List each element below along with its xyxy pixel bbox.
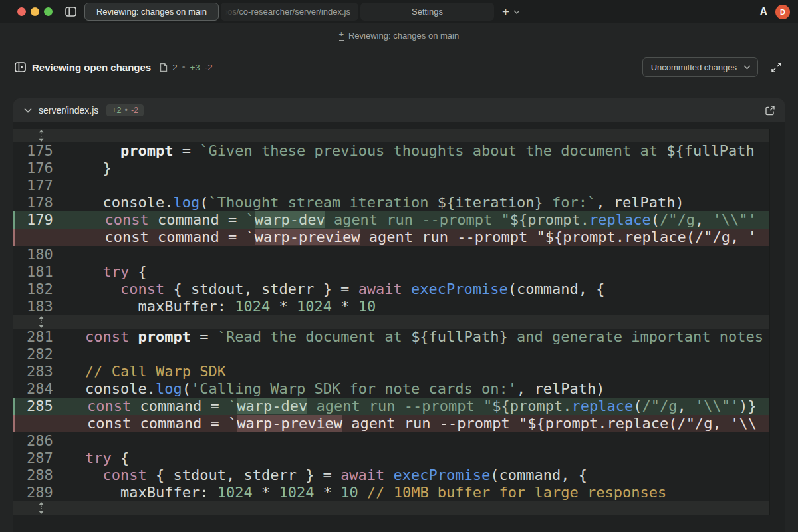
code-line: 288 const { stdout, stderr } = await exe… [13,467,769,484]
sidebar-toggle-icon[interactable] [63,5,78,19]
code-text [40,432,85,450]
new-tab-button[interactable]: + [501,5,511,18]
code-text: console.log(`Thought stream iteration ${… [40,194,684,211]
diff-added-line: 285const command = `warp-dev agent run -… [13,398,769,415]
line-number: 179 [15,211,42,229]
code-line: 182 const { stdout, stderr } = await exe… [13,281,769,298]
code-text: const command = `warp-dev agent run --pr… [42,211,757,229]
line-number [15,415,42,432]
code-text: const command = `warp-dev agent run --pr… [42,398,757,415]
code-line: 180 [13,246,769,263]
open-external-icon [765,105,775,116]
separator-dot: • [182,63,186,72]
code-line: 181 try { [13,263,769,281]
chevron-down-icon [743,65,751,70]
code-text: // Call Warp SDK [40,363,226,380]
review-header: Reviewing open changes 2 • +3 -2 Uncommi… [0,54,798,80]
tab-reviewing-changes[interactable]: Reviewing: changes on main [84,3,219,21]
collapse-chevron-icon[interactable] [24,108,32,113]
user-avatar[interactable]: D [775,5,790,19]
code-line: 178 console.log(`Thought stream iteratio… [13,194,769,211]
app-logo-icon[interactable]: A [759,6,767,18]
file-name[interactable]: server/index.js [39,105,98,116]
line-number: 287 [13,450,40,467]
code-line: 183 maxBuffer: 1024 * 1024 * 10 [13,298,769,315]
code-text [40,346,85,363]
expand-hidden-lines-separator[interactable] [13,501,769,515]
close-window-button[interactable] [17,7,26,16]
line-number: 183 [13,298,40,315]
code-text: const { stdout, stderr } = await execPro… [40,467,587,484]
line-number: 177 [13,177,40,194]
code-text: maxBuffer: 1024 * 1024 * 10 // 10MB buff… [40,484,666,501]
file-deletions: -2 [131,106,138,115]
line-number: 175 [13,142,40,160]
code-text: const command = `warp-preview agent run … [42,229,757,246]
tab-label: Settings [412,7,443,17]
code-line: 175 prompt = `Given these previous thoug… [13,142,769,160]
diff-removed-line: const command = `warp-preview agent run … [13,229,769,246]
line-number: 288 [13,467,40,484]
changes-source-dropdown[interactable]: Uncommitted changes [642,57,758,77]
new-tab-chevron-down-icon[interactable] [513,10,520,14]
tab-file-path[interactable]: pos/co-researcher/server/index.js [221,3,358,21]
expand-view-button[interactable] [769,60,783,74]
session-status: ± Reviewing: changes on main [0,23,798,47]
line-number: 180 [13,246,40,263]
traffic-lights [17,7,53,16]
expand-up-down-icon [37,315,45,329]
diff-plus-minus-icon: ± [339,30,344,41]
file-panel-header: server/index.js +2 • -2 [13,98,785,122]
line-number: 176 [13,160,40,177]
line-number: 286 [13,432,40,450]
code-rows: 175 prompt = `Given these previous thoug… [13,129,770,515]
line-number: 181 [13,263,40,281]
line-number: 282 [13,346,40,363]
expand-hidden-lines-separator[interactable] [13,315,769,329]
minimize-window-button[interactable] [31,7,39,16]
diff-added-line: 179 const command = `warp-dev agent run … [13,211,769,229]
session-status-label: Reviewing: changes on main [348,31,459,41]
code-line: 282 [13,346,769,363]
line-number: 285 [15,398,42,415]
tab-settings[interactable]: Settings [360,3,494,21]
additions-count: +3 [190,63,200,72]
line-number: 283 [13,363,40,380]
expand-diagonal-icon [771,63,781,72]
line-number: 178 [13,194,40,211]
code-text [40,246,85,263]
review-title: Reviewing open changes [32,62,151,73]
code-text: prompt = `Given these previous thoughts … [40,142,755,160]
line-number: 182 [13,281,40,298]
code-text: try { [40,450,129,467]
file-diff-badge: +2 • -2 [106,104,144,116]
file-diff-panel: server/index.js +2 • -2 175 prompt = `Gi… [13,98,785,532]
file-icon [160,63,168,72]
code-text: } [40,160,112,177]
zoom-window-button[interactable] [44,7,53,16]
code-body: 175 prompt = `Given these previous thoug… [13,122,785,515]
line-number: 284 [13,380,40,398]
code-text: const prompt = `Read the document at ${f… [40,329,763,346]
code-text: maxBuffer: 1024 * 1024 * 10 [40,298,376,315]
title-bar: Reviewing: changes on main pos/co-resear… [0,0,798,23]
badge-dot: • [125,106,128,115]
line-number: 281 [13,329,40,346]
code-line: 289 maxBuffer: 1024 * 1024 * 10 // 10MB … [13,484,769,501]
deletions-count: -2 [205,63,213,72]
diff-removed-line: const command = `warp-preview agent run … [13,415,769,432]
tab-strip: Reviewing: changes on main pos/co-resear… [84,3,494,21]
open-external-button[interactable] [765,105,775,116]
code-line: 177 [13,177,769,194]
expand-hidden-lines-separator[interactable] [13,129,769,142]
code-line: 287try { [13,450,769,467]
code-text: const command = `warp-preview agent run … [42,415,757,432]
panel-icon [15,62,26,72]
expand-up-down-icon [37,501,45,515]
code-line: 286 [13,432,769,450]
code-line: 284console.log('Calling Warp SDK for not… [13,380,769,398]
code-text: console.log('Calling Warp SDK for note c… [40,380,605,398]
file-additions: +2 [112,106,121,115]
tab-label: pos/co-researcher/server/index.js [223,7,350,17]
expand-up-down-icon [37,129,45,142]
